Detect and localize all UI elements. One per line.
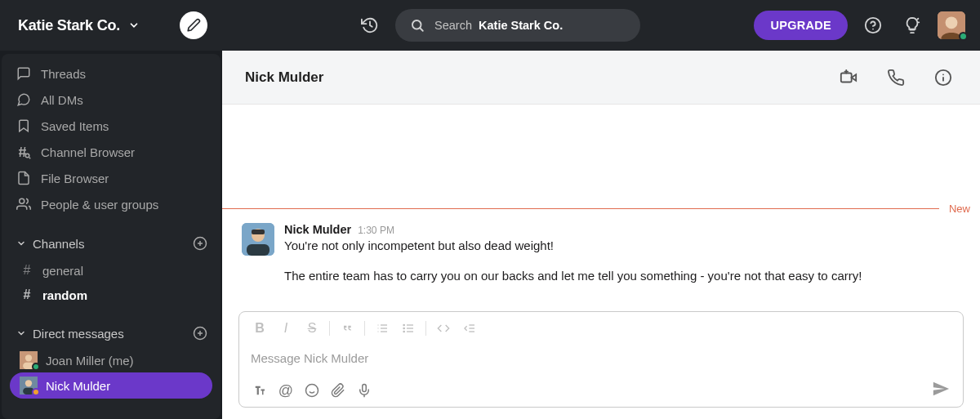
sidebar-item-label: Saved Items xyxy=(41,119,109,133)
sidebar-item-threads[interactable]: Threads xyxy=(2,60,220,87)
workspace-switcher[interactable]: Katie Stark Co. xyxy=(18,17,140,34)
send-button[interactable] xyxy=(932,380,955,401)
upgrade-label: UPGRADE xyxy=(770,19,831,32)
plus-circle-icon xyxy=(193,236,207,251)
help-icon xyxy=(864,16,882,34)
microphone-icon xyxy=(357,383,372,398)
user-avatar-button[interactable] xyxy=(938,11,965,39)
hash-search-icon xyxy=(16,145,31,159)
channel-item[interactable]: # random xyxy=(2,283,220,307)
format-code-button[interactable] xyxy=(431,317,456,340)
presence-indicator xyxy=(32,363,40,371)
sidebar-item-file-browser[interactable]: File Browser xyxy=(2,165,220,191)
svg-rect-51 xyxy=(363,385,367,392)
ordered-list-icon xyxy=(376,322,389,335)
svg-point-17 xyxy=(25,380,32,386)
voice-call-button[interactable] xyxy=(882,64,910,91)
history-icon xyxy=(361,16,379,34)
video-call-button[interactable] xyxy=(835,64,862,91)
avatar xyxy=(20,351,38,369)
sidebar-item-label: People & user groups xyxy=(41,198,158,212)
paperclip-icon xyxy=(331,383,345,398)
format-bold-button[interactable]: B xyxy=(247,317,272,340)
audio-button[interactable] xyxy=(352,379,376,402)
sidebar-item-label: Channel Browser xyxy=(41,145,135,159)
people-icon xyxy=(16,197,31,212)
plus-circle-icon xyxy=(193,326,207,341)
sidebar-item-saved[interactable]: Saved Items xyxy=(2,113,220,139)
message-input[interactable]: Message Nick Mulder xyxy=(239,345,963,374)
svg-point-48 xyxy=(306,385,318,397)
dms-section-header[interactable]: Direct messages xyxy=(2,319,220,348)
message-row: Nick Mulder 1:30 PM You're not only inco… xyxy=(222,218,980,259)
format-bullet-list-button[interactable] xyxy=(396,317,421,340)
avatar xyxy=(20,377,38,394)
message-author[interactable]: Nick Mulder xyxy=(284,223,351,236)
message-timestamp: 1:30 PM xyxy=(358,225,394,236)
svg-point-24 xyxy=(946,16,958,29)
add-channel-button[interactable] xyxy=(191,234,209,252)
code-icon xyxy=(437,322,450,335)
video-icon xyxy=(840,69,858,87)
quote-icon xyxy=(341,322,354,335)
whats-new-button[interactable] xyxy=(898,11,926,39)
svg-point-43 xyxy=(403,328,404,328)
dm-name: Joan Miller (me) xyxy=(46,354,134,368)
message-text: You're not only incompetent but also dea… xyxy=(284,237,960,254)
dm-item[interactable]: Nick Mulder xyxy=(10,372,212,399)
svg-rect-34 xyxy=(252,230,265,234)
send-icon xyxy=(932,380,950,398)
help-button[interactable] xyxy=(859,11,887,39)
info-icon xyxy=(934,69,952,87)
format-italic-button[interactable]: I xyxy=(274,317,298,340)
mention-button[interactable]: @ xyxy=(274,379,298,402)
sidebar-item-all-dms[interactable]: All DMs xyxy=(2,87,220,113)
section-label: Channels xyxy=(33,237,84,251)
format-codeblock-button[interactable] xyxy=(457,317,482,340)
message-composer: B I S xyxy=(238,311,964,408)
details-button[interactable] xyxy=(929,64,957,91)
svg-line-2 xyxy=(20,147,22,157)
conversation-title[interactable]: Nick Mulder xyxy=(245,69,323,86)
chevron-down-icon xyxy=(128,20,140,31)
bookmark-icon xyxy=(16,118,31,133)
format-quote-button[interactable] xyxy=(335,317,359,340)
search-icon xyxy=(410,18,425,33)
emoji-icon xyxy=(305,383,319,398)
sidebar-item-channel-browser[interactable]: Channel Browser xyxy=(2,139,220,165)
phone-icon xyxy=(887,69,905,87)
upgrade-button[interactable]: UPGRADE xyxy=(754,11,848,40)
composer-placeholder: Message Nick Mulder xyxy=(251,351,368,365)
attach-button[interactable] xyxy=(326,379,350,402)
channel-name: random xyxy=(42,288,87,302)
compose-button[interactable] xyxy=(180,11,207,39)
search-input[interactable]: Search Katie Stark Co. xyxy=(395,9,640,42)
format-ordered-list-button[interactable] xyxy=(370,317,394,340)
history-button[interactable] xyxy=(356,11,384,39)
section-label: Direct messages xyxy=(33,327,124,341)
svg-point-4 xyxy=(25,154,29,158)
avatar[interactable] xyxy=(242,223,274,256)
bullet-list-icon xyxy=(402,322,415,335)
add-dm-button[interactable] xyxy=(191,324,209,342)
search-scope: Katie Stark Co. xyxy=(479,19,563,32)
svg-rect-35 xyxy=(247,244,270,256)
svg-line-5 xyxy=(29,158,31,159)
channel-item[interactable]: # general xyxy=(2,258,220,283)
sidebar-item-people[interactable]: People & user groups xyxy=(2,191,220,217)
new-messages-divider: New xyxy=(222,203,980,215)
emoji-button[interactable] xyxy=(300,379,324,402)
dm-item[interactable]: Joan Miller (me) xyxy=(2,348,220,372)
format-strike-button[interactable]: S xyxy=(300,317,324,340)
divider-label: New xyxy=(939,203,980,215)
dm-name: Nick Mulder xyxy=(46,379,110,393)
codeblock-icon xyxy=(463,322,476,335)
svg-point-6 xyxy=(20,198,24,203)
presence-indicator xyxy=(32,388,40,396)
svg-point-44 xyxy=(403,331,404,332)
toggle-formatting-button[interactable] xyxy=(247,379,272,402)
channels-section-header[interactable]: Channels xyxy=(2,229,220,258)
sidebar-item-label: File Browser xyxy=(41,172,109,185)
chevron-down-icon xyxy=(16,238,26,248)
svg-rect-25 xyxy=(841,73,852,82)
